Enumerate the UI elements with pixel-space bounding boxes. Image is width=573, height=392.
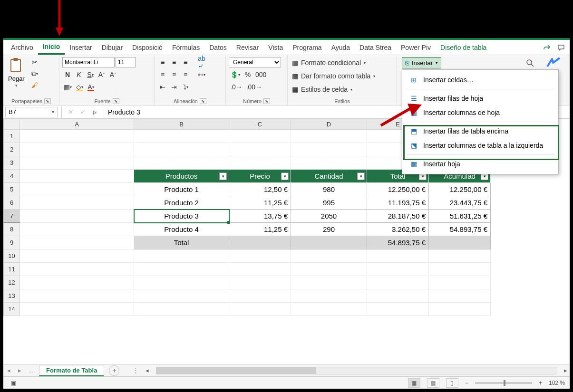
zoom-in-button[interactable]: + (539, 380, 542, 386)
cell[interactable] (134, 143, 229, 156)
row-header-7[interactable]: 7 (4, 210, 20, 223)
cell[interactable] (20, 236, 134, 249)
table-cell[interactable]: Producto 1 (134, 183, 229, 196)
cell[interactable] (367, 276, 429, 289)
italic-button[interactable]: K (74, 69, 84, 80)
cell[interactable] (429, 249, 491, 263)
table-cell[interactable]: 11,25 € (229, 196, 291, 210)
font-color-button[interactable]: A ▾ (86, 82, 96, 92)
fill-color-button[interactable]: ◇ ▾ (74, 82, 85, 92)
cell[interactable] (229, 289, 291, 303)
add-sheet-button[interactable]: ＋ (109, 365, 119, 376)
row-header-3[interactable]: 3 (4, 156, 20, 170)
filter-button[interactable] (219, 172, 227, 180)
cell[interactable] (134, 276, 229, 289)
tab-diseno-tabla[interactable]: Diseño de tabla (436, 41, 491, 54)
table-total-cell[interactable] (229, 236, 291, 249)
row-header-4[interactable]: 4 (4, 170, 20, 183)
percent-button[interactable]: % (243, 69, 253, 80)
tab-insertar[interactable]: Insertar (65, 41, 97, 54)
tab-powerpivot[interactable]: Power Piv (396, 41, 436, 54)
align-bottom-button[interactable]: ≡ (180, 57, 191, 67)
menu-insert-sheet-cols[interactable]: ▥Insertar columnas de hoja (402, 105, 558, 120)
table-cell[interactable]: 290 (291, 223, 367, 236)
cell[interactable] (229, 303, 291, 316)
cell[interactable] (291, 143, 367, 156)
conditional-format-button[interactable]: ▦Formato condicional ▾ (291, 57, 367, 68)
row-header-8[interactable]: 8 (4, 223, 20, 236)
table-total-cell[interactable] (429, 236, 491, 249)
cell[interactable] (291, 249, 367, 263)
comments-icon[interactable] (555, 42, 567, 53)
table-cell[interactable]: 11.193,75 € (367, 196, 429, 210)
tab-dibujar[interactable]: Dibujar (97, 41, 127, 54)
increase-indent-button[interactable]: ⇥ (169, 82, 179, 92)
decrease-decimal-button[interactable]: .00→ (245, 82, 263, 92)
search-button[interactable] (524, 58, 536, 68)
menu-insert-table-cols-left[interactable]: ⬔Insertar columnas de tabla a la izquier… (402, 138, 558, 153)
alignment-launcher[interactable]: ⬊ (200, 98, 206, 104)
row-header-5[interactable]: 5 (4, 183, 20, 196)
number-format-combo[interactable]: General (229, 57, 281, 67)
table-header[interactable]: Productos (134, 170, 229, 183)
align-center-button[interactable]: ≡ (169, 69, 179, 80)
col-header-C[interactable]: C (229, 119, 291, 130)
cell[interactable] (20, 170, 134, 183)
menu-insert-sheet[interactable]: ▦Insertar hoja (402, 157, 558, 171)
row-header-10[interactable]: 10 (4, 249, 20, 263)
cut-button[interactable]: ✂ (29, 57, 40, 67)
filter-button[interactable] (281, 172, 289, 180)
table-cell[interactable]: 995 (291, 196, 367, 210)
paste-button[interactable]: Pegar ▾ (6, 57, 27, 89)
cell[interactable] (20, 210, 134, 223)
sheet-nav-prev[interactable]: ◂ (3, 367, 14, 374)
view-page-layout-button[interactable]: ▤ (427, 378, 439, 388)
cell[interactable] (134, 249, 229, 263)
col-header-B[interactable]: B (134, 119, 229, 130)
copy-button[interactable]: ⧉ ▾ (29, 68, 40, 79)
row-header-12[interactable]: 12 (4, 276, 20, 289)
align-left-button[interactable]: ≡ (157, 69, 168, 80)
share-icon[interactable] (541, 42, 553, 53)
cell[interactable] (367, 289, 429, 303)
cell[interactable] (20, 276, 134, 289)
tab-vista[interactable]: Vista (263, 41, 288, 54)
merge-button[interactable]: ⇿ ▾ (196, 69, 207, 80)
clipboard-launcher[interactable]: ⬊ (44, 98, 51, 104)
table-total-cell[interactable] (291, 236, 367, 249)
menu-insert-cells[interactable]: ⊞Insertar celdas… (402, 73, 558, 87)
wrap-text-button[interactable]: ab⤶ (196, 57, 207, 67)
cancel-formula-button[interactable]: ✕ (64, 108, 76, 116)
table-cell[interactable]: 51.631,25 € (429, 210, 491, 223)
table-cell[interactable]: 13,75 € (229, 210, 291, 223)
cell[interactable] (429, 289, 491, 303)
decrease-indent-button[interactable]: ⇤ (157, 82, 168, 92)
table-cell[interactable]: 54.893,75 € (429, 223, 491, 236)
cell[interactable] (291, 263, 367, 276)
hscroll-thumb[interactable] (156, 367, 316, 374)
cell[interactable] (20, 289, 134, 303)
table-cell[interactable]: 23.443,75 € (429, 196, 491, 210)
grow-font-button[interactable]: A˄ (97, 69, 107, 80)
table-header[interactable]: Cantidad (291, 170, 367, 183)
increase-decimal-button[interactable]: .0→ (229, 82, 244, 92)
hscroll-right[interactable]: ▸ (561, 367, 570, 374)
borders-button[interactable]: ▦ ▾ (62, 82, 73, 92)
currency-button[interactable]: 💲▾ (229, 69, 242, 80)
cell[interactable] (229, 249, 291, 263)
record-macro-icon[interactable]: ▣ (11, 380, 16, 386)
number-launcher[interactable]: ⬊ (263, 98, 270, 104)
tab-ayuda[interactable]: Ayuda (327, 41, 355, 54)
cell[interactable] (134, 303, 229, 316)
table-total-value[interactable]: 54.893,75 € (367, 236, 429, 249)
table-cell[interactable]: 12,50 € (229, 183, 291, 196)
name-box[interactable]: B7▾ (5, 107, 58, 117)
hscroll-track[interactable] (156, 367, 556, 374)
cell[interactable] (20, 223, 134, 236)
cell[interactable] (134, 289, 229, 303)
hscroll-left[interactable]: ◂ (143, 367, 151, 374)
cell[interactable] (20, 263, 134, 276)
cell[interactable] (429, 303, 491, 316)
tab-formulas[interactable]: Fórmulas (167, 41, 204, 54)
cell[interactable] (229, 263, 291, 276)
